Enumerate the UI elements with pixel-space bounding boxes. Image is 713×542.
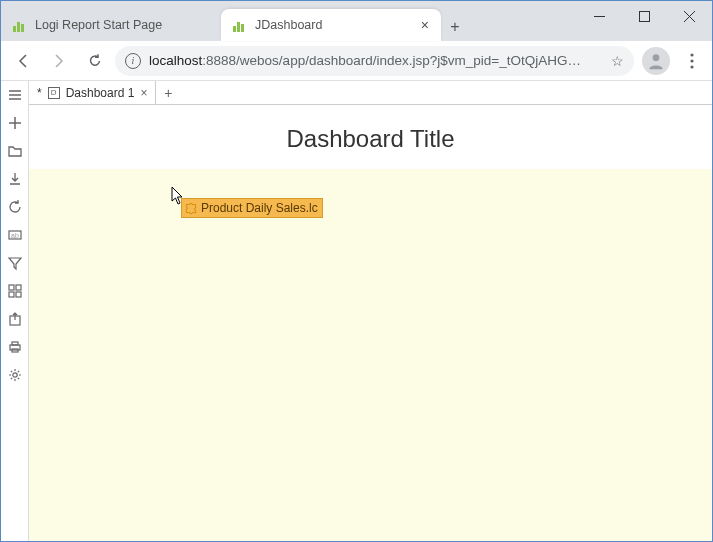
document-tab-label: Dashboard 1 <box>66 86 135 100</box>
layout-button[interactable] <box>5 281 25 301</box>
dashboard-doc-icon <box>48 87 60 99</box>
person-icon <box>646 51 666 71</box>
maximize-icon <box>639 11 650 22</box>
gear-icon <box>7 367 23 383</box>
plus-icon <box>7 115 23 131</box>
forward-button[interactable] <box>43 45 75 77</box>
arrow-left-icon <box>14 52 32 70</box>
list-button[interactable] <box>5 85 25 105</box>
favicon-bars-icon <box>233 18 247 32</box>
grid-icon <box>7 283 23 299</box>
browser-menu-button[interactable] <box>678 45 706 77</box>
url-text: localhost:8888/webos/app/dashboard/index… <box>149 53 581 68</box>
reload-icon <box>86 52 104 70</box>
window-minimize-button[interactable] <box>577 1 622 31</box>
export-button[interactable] <box>5 309 25 329</box>
left-tool-rail: ab <box>1 81 29 541</box>
print-button[interactable] <box>5 337 25 357</box>
folder-icon <box>7 143 23 159</box>
browser-tab-title: Logi Report Start Page <box>35 18 162 32</box>
bookmark-star-icon[interactable]: ☆ <box>611 53 624 69</box>
save-button[interactable] <box>5 169 25 189</box>
dragged-component[interactable]: Product Daily Sales.lc <box>181 198 323 218</box>
browser-toolbar: i localhost:8888/webos/app/dashboard/ind… <box>1 41 712 81</box>
tab-close-icon[interactable]: × <box>421 17 429 33</box>
svg-point-7 <box>690 65 693 68</box>
svg-point-23 <box>12 373 16 377</box>
browser-tab-active[interactable]: JDashboard × <box>221 9 441 41</box>
svg-rect-18 <box>16 292 21 297</box>
browser-tab-title: JDashboard <box>255 18 322 32</box>
favicon-bars-icon <box>13 18 27 32</box>
dragged-component-label: Product Daily Sales.lc <box>201 201 318 215</box>
download-icon <box>7 171 23 187</box>
svg-point-5 <box>690 53 693 56</box>
list-icon <box>7 87 23 103</box>
svg-point-4 <box>653 54 660 61</box>
window-titlebar: Logi Report Start Page JDashboard × + <box>1 1 712 41</box>
window-maximize-button[interactable] <box>622 1 667 31</box>
new-tab-button[interactable]: + <box>441 13 469 41</box>
document-tabstrip: * Dashboard 1 × + <box>29 81 712 105</box>
svg-rect-16 <box>16 285 21 290</box>
window-close-button[interactable] <box>667 1 712 31</box>
main-panel: * Dashboard 1 × + Dashboard Title Produc… <box>29 81 712 541</box>
window-controls <box>577 1 712 31</box>
svg-rect-1 <box>640 11 650 21</box>
reload-button[interactable] <box>79 45 111 77</box>
settings-button[interactable] <box>5 365 25 385</box>
svg-text:ab: ab <box>11 232 19 239</box>
modified-indicator: * <box>37 86 42 100</box>
new-document-tab-button[interactable]: + <box>156 81 180 104</box>
minimize-icon <box>594 11 605 22</box>
dashboard-title[interactable]: Dashboard Title <box>29 105 712 169</box>
browser-tabstrip: Logi Report Start Page JDashboard × + <box>1 5 469 41</box>
open-button[interactable] <box>5 141 25 161</box>
refresh-icon <box>7 199 23 215</box>
print-icon <box>7 339 23 355</box>
svg-rect-21 <box>12 342 18 345</box>
textbox-icon: ab <box>7 227 23 243</box>
funnel-icon <box>7 255 23 271</box>
document-tab-close-icon[interactable]: × <box>140 86 147 100</box>
export-icon <box>7 311 23 327</box>
back-button[interactable] <box>7 45 39 77</box>
app-area: ab * Dashboard 1 × + Dashboard Title <box>1 81 712 541</box>
dashboard-canvas-area: Dashboard Title Product Daily Sales.lc <box>29 105 712 541</box>
svg-point-6 <box>690 59 693 62</box>
close-icon <box>684 11 695 22</box>
svg-rect-17 <box>9 292 14 297</box>
refresh-button[interactable] <box>5 197 25 217</box>
filter-button[interactable] <box>5 253 25 273</box>
textbox-button[interactable]: ab <box>5 225 25 245</box>
profile-avatar[interactable] <box>642 47 670 75</box>
browser-tab-inactive[interactable]: Logi Report Start Page <box>1 9 221 41</box>
svg-rect-15 <box>9 285 14 290</box>
address-bar[interactable]: i localhost:8888/webos/app/dashboard/ind… <box>115 46 634 76</box>
document-tab[interactable]: * Dashboard 1 × <box>29 81 156 104</box>
dashboard-drop-zone[interactable]: Product Daily Sales.lc <box>29 169 712 541</box>
add-button[interactable] <box>5 113 25 133</box>
kebab-icon <box>690 53 694 69</box>
component-puzzle-icon <box>183 200 199 216</box>
site-info-icon[interactable]: i <box>125 53 141 69</box>
arrow-right-icon <box>50 52 68 70</box>
